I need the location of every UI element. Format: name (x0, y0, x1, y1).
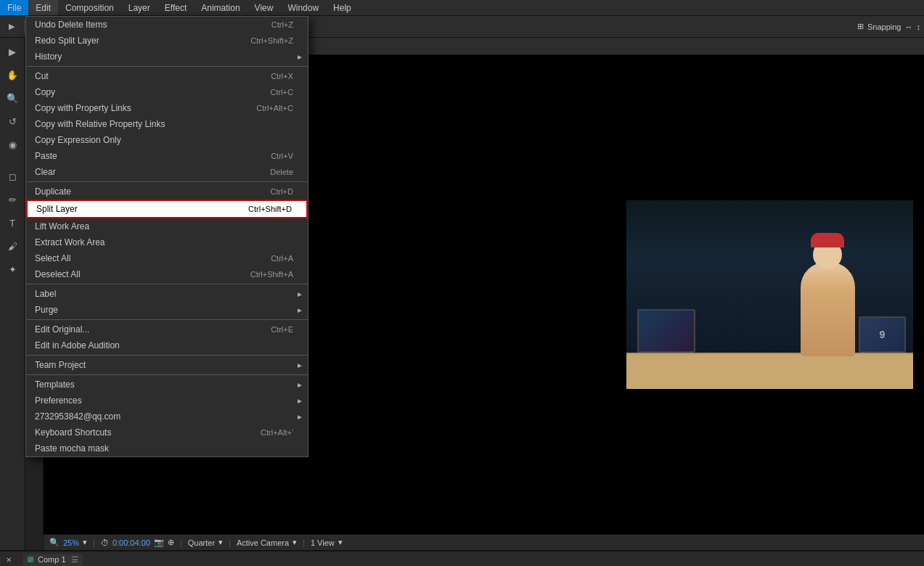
select-all-label: Select All (35, 253, 256, 263)
timeline-header: ✕ Comp 1 ☰ (0, 551, 924, 566)
menu-item-deselect-all[interactable]: Deselect All Ctrl+Shift+A (26, 266, 308, 282)
purge-arrow: ► (296, 306, 303, 314)
paste-label: Paste (35, 151, 256, 161)
copy-property-shortcut: Ctrl+Alt+C (256, 104, 293, 112)
menu-item-team-project[interactable]: Team Project ► (26, 357, 308, 373)
menu-item-copy[interactable]: Copy Ctrl+C (26, 84, 308, 100)
menu-item-copy-relative[interactable]: Copy with Relative Property Links (26, 116, 308, 132)
menu-item-purge[interactable]: Purge ► (26, 302, 308, 318)
sep-after-history (26, 66, 308, 67)
menu-item-email[interactable]: 2732953842@qq.com ► (26, 409, 308, 424)
redo-split-label: Redo Split Layer (35, 36, 236, 46)
view-dropdown[interactable]: ▾ (293, 538, 297, 547)
video-inner: 9 (626, 200, 913, 389)
copy-expression-label: Copy Expression Only (35, 135, 279, 145)
menu-window[interactable]: Window (280, 0, 326, 15)
menu-item-copy-expression[interactable]: Copy Expression Only (26, 132, 308, 148)
menu-item-keyboard[interactable]: Keyboard Shortcuts Ctrl+Alt+' (26, 424, 308, 440)
menu-item-edit-original[interactable]: Edit Original... Ctrl+E (26, 321, 308, 337)
menu-bar: File Edit Composition Layer Effect Anima… (0, 0, 924, 16)
snap-icon3: ↕ (917, 22, 921, 31)
menu-item-lift-work[interactable]: Lift Work Area (26, 218, 308, 234)
cut-label: Cut (35, 71, 256, 81)
menu-item-extract-work[interactable]: Extract Work Area (26, 234, 308, 250)
menu-item-history[interactable]: History ► (26, 49, 308, 65)
menu-item-label[interactable]: Label ► (26, 286, 308, 302)
menu-view[interactable]: View (248, 0, 281, 15)
person-body (801, 262, 855, 356)
sep-after-audition (26, 355, 308, 356)
menu-item-copy-property[interactable]: Copy with Property Links Ctrl+Alt+C (26, 100, 308, 116)
undo-delete-label: Undo Delete Items (35, 20, 257, 30)
undo-delete-shortcut: Ctrl+Z (271, 20, 293, 29)
snapping-label: Snapping (867, 22, 901, 31)
split-layer-shortcut: Ctrl+Shift+D (248, 205, 292, 213)
snapping-area: ⊞ Snapping ↔ ↕ (857, 22, 920, 31)
camera-icon: 📷 (154, 538, 164, 547)
panel-spacer (0, 16, 25, 457)
edit-original-label: Edit Original... (35, 324, 256, 335)
duplicate-shortcut: Ctrl+D (271, 187, 293, 196)
sep-b2: | (180, 538, 182, 547)
menu-item-cut[interactable]: Cut Ctrl+X (26, 68, 308, 84)
keyboard-shortcut: Ctrl+Alt+' (261, 428, 293, 437)
menu-item-redo-split[interactable]: Redo Split Layer Ctrl+Shift+Z (26, 33, 308, 49)
menu-layer[interactable]: Layer (121, 0, 158, 15)
comp-tab[interactable]: Comp 1 ☰ (17, 551, 89, 567)
history-label: History (35, 52, 293, 62)
timeline-close-icon[interactable]: ✕ (6, 556, 12, 564)
view-mode: Active Camera (237, 538, 289, 547)
history-arrow: ► (296, 53, 303, 61)
menu-item-templates[interactable]: Templates ► (26, 377, 308, 393)
comp-tab-box[interactable]: Comp 1 ☰ (23, 554, 83, 566)
monitor-num: 9 (860, 318, 904, 351)
menu-edit[interactable]: Edit (28, 0, 58, 15)
templates-label: Templates (35, 380, 293, 390)
menu-file[interactable]: File (0, 0, 28, 15)
menu-effect[interactable]: Effect (158, 0, 194, 15)
team-project-label: Team Project (35, 360, 293, 370)
zoom-icon: 🔍 (49, 538, 60, 547)
quality-dropdown[interactable]: ▾ (218, 538, 223, 547)
menu-item-duplicate[interactable]: Duplicate Ctrl+D (26, 184, 308, 200)
snap-icon2: ↔ (905, 22, 913, 31)
quality-label: Quarter (188, 538, 215, 547)
menu-item-undo-delete[interactable]: Undo Delete Items Ctrl+Z (26, 17, 308, 33)
view-count: 1 View (311, 538, 335, 547)
cut-shortcut: Ctrl+X (271, 72, 293, 81)
menu-item-split-layer[interactable]: Split Layer Ctrl+Shift+D (26, 200, 308, 218)
copy-shortcut: Ctrl+C (271, 88, 293, 97)
menu-item-preferences[interactable]: Preferences ► (26, 393, 308, 409)
sep-after-purge (26, 319, 308, 320)
email-arrow: ► (296, 413, 303, 421)
menu-item-paste-mocha[interactable]: Paste mocha mask (26, 440, 308, 456)
menu-composition[interactable]: Composition (58, 0, 121, 15)
edit-original-shortcut: Ctrl+E (271, 325, 293, 334)
edit-menu-dropdown: Undo Delete Items Ctrl+Z Redo Split Laye… (25, 16, 308, 457)
lift-work-label: Lift Work Area (35, 221, 279, 231)
snapping-icon: ⊞ (857, 22, 864, 31)
zoom-dropdown[interactable]: ▾ (83, 538, 87, 547)
select-all-shortcut: Ctrl+A (271, 254, 293, 263)
menu-item-clear[interactable]: Clear Delete (26, 164, 308, 180)
edit-audition-label: Edit in Adobe Audition (35, 340, 293, 350)
split-layer-label: Split Layer (36, 204, 234, 214)
person-hat (811, 233, 844, 247)
label-label: Label (35, 289, 293, 299)
paste-shortcut: Ctrl+V (271, 152, 293, 160)
menu-item-edit-audition[interactable]: Edit in Adobe Audition (26, 337, 308, 353)
copy-label: Copy (35, 87, 256, 97)
monitor-left (637, 309, 695, 353)
comp-tab-menu[interactable]: ☰ (71, 555, 78, 564)
menu-animation[interactable]: Animation (194, 0, 247, 15)
menu-help[interactable]: Help (326, 0, 359, 15)
menu-item-select-all[interactable]: Select All Ctrl+A (26, 250, 308, 266)
preferences-label: Preferences (35, 395, 293, 406)
monitor-right: 9 (859, 316, 906, 353)
sep-b3: | (229, 538, 231, 547)
menu-item-paste[interactable]: Paste Ctrl+V (26, 148, 308, 164)
redo-split-shortcut: Ctrl+Shift+Z (250, 36, 293, 45)
view-count-dropdown[interactable]: ▾ (338, 538, 343, 547)
preferences-arrow: ► (296, 397, 303, 405)
copy-relative-label: Copy with Relative Property Links (35, 119, 279, 129)
